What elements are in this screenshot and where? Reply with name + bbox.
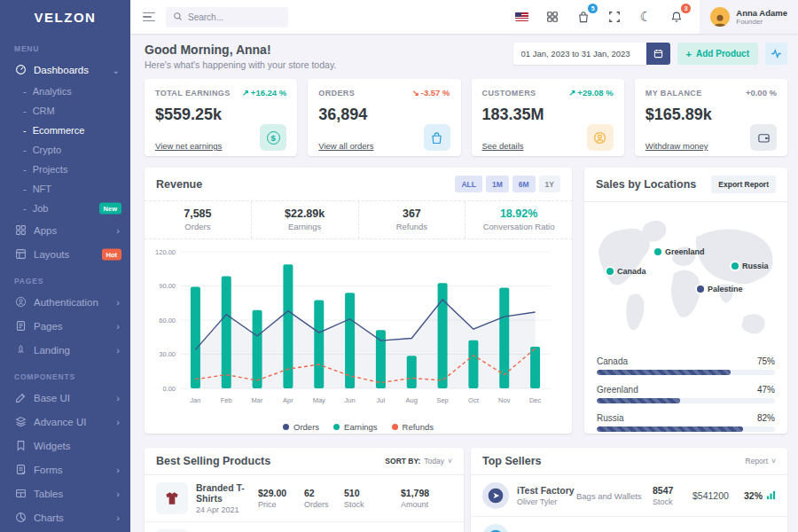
marker-dot [606,268,614,275]
table-icon [14,488,27,499]
dark-mode-moon-icon[interactable]: ☾ [634,5,657,28]
product-orders: 62 [304,488,344,498]
sidebar-item-apps[interactable]: Apps › [0,218,130,242]
calendar-button[interactable] [646,43,670,65]
svg-text:30.00: 30.00 [159,350,176,358]
country-label: Greenland [597,385,638,395]
sidebar-item-authentication[interactable]: Authentication › [0,290,130,314]
sidebar-item-label: Widgets [34,441,71,451]
user-circle-icon [14,296,27,308]
revenue-filter-1m[interactable]: 1M [486,176,509,192]
notifications-bell-icon[interactable]: 3 [665,5,688,28]
stat-label: TOTAL EARNINGS [155,89,231,98]
map-marker-russia[interactable]: Russia [732,262,769,270]
chevron-right-icon: › [116,393,120,403]
revenue-filter-6m[interactable]: 6M [512,176,536,192]
sidebar-item-crypto[interactable]: -Crypto [0,140,130,160]
sidebar-item-label: Advance UI [34,417,86,427]
apps-grid-icon[interactable] [541,5,564,28]
view-net-earnings-link[interactable]: View net earnings [155,141,222,151]
map-marker-greenland[interactable]: Greenland [654,247,705,256]
withdraw-money-link[interactable]: Withdraw money [645,141,708,151]
seller-company[interactable]: iTest Factory [517,485,576,496]
sidebar-item-advance-ui[interactable]: Advance UI › [0,410,130,434]
sidebar-item-job[interactable]: -JobNew [0,199,130,218]
sidebar-item-layouts[interactable]: Layouts Hot [0,242,130,266]
stat-card-customers: CUSTOMERS ↗+29.08 % 183.35M See details [472,79,624,156]
stat-card-total-earnings: TOTAL EARNINGS ↗+16.24 % $559.25k View n… [145,79,297,156]
sidebar-item-dashboards[interactable]: Dashboards ⌄ [0,58,130,82]
sidebar-item-ecommerce[interactable]: -Ecommerce [0,121,130,140]
sidebar-item-widgets[interactable]: Widgets [0,434,130,458]
product-name[interactable]: Branded T-Shirts [196,482,258,504]
svg-text:Aug: Aug [406,396,418,404]
legend-dot [333,424,340,430]
hot-badge: Hot [102,248,122,260]
topbar: 5 ☾ 3 Anna Adame Founder [130,0,798,34]
search-input[interactable] [188,12,281,22]
svg-text:Feb: Feb [221,396,232,404]
dash-bullet: - [23,106,27,116]
location-row-russia: Russia82% [597,413,775,432]
dollar-circle-icon: $ [260,124,286,151]
map-marker-palestine[interactable]: Palestine [697,285,743,293]
sidebar-item-crm[interactable]: -CRM [0,101,130,121]
page-content: Good Morning, Anna! Here's what's happen… [130,34,798,532]
view-all-orders-link[interactable]: View all orders [318,141,373,151]
user-menu[interactable]: Anna Adame Founder [700,0,798,34]
hamburger-menu-icon[interactable] [143,12,155,22]
see-details-link[interactable]: See details [482,141,524,151]
report-dropdown[interactable]: Report˅ [746,457,776,466]
svg-text:May: May [313,396,325,404]
sidebar-item-forms[interactable]: Forms › [0,458,130,481]
revenue-filter-1y[interactable]: 1Y [539,176,560,192]
sidebar-item-analytics[interactable]: -Analytics [0,82,130,101]
world-map-svg [591,206,780,349]
wallet-icon [750,124,777,151]
chevron-right-icon: › [116,417,120,427]
svg-text:Nov: Nov [498,396,511,404]
sidebar-item-landing[interactable]: Landing › [0,338,130,362]
sidebar-item-tables[interactable]: Tables › [0,481,130,505]
fullscreen-icon[interactable] [603,5,626,28]
sidebar-item-label: Apps [34,225,57,236]
sidebar-item-base-ui[interactable]: Base UI › [0,386,130,410]
stat-label: CUSTOMERS [482,89,536,98]
revenue-earnings-value: $22.89k [252,207,358,220]
legend-dot [392,424,398,430]
trend-down-icon: ↘ [412,88,419,98]
best-selling-products-card: Best Selling Products SORT BY:Today˅ Bra… [145,448,464,532]
stat-value: 183.35M [482,106,614,124]
dashboard-icon [14,64,27,75]
sort-by-dropdown[interactable]: SORT BY:Today˅ [385,457,452,466]
revenue-conversion-value: 18.92% [466,207,572,220]
sidebar-item-pages[interactable]: Pages › [0,314,130,338]
svg-text:0.00: 0.00 [162,385,176,393]
date-range-input[interactable] [513,43,646,65]
trend-badge: ↗+16.24 % [242,88,286,98]
dash-bullet: - [23,164,27,175]
sidebar-item-label: NFT [33,184,51,194]
user-role: Founder [736,18,787,26]
language-flag-icon[interactable] [510,5,533,28]
shopping-bag-icon [424,124,450,151]
legend-orders[interactable]: Orders [283,422,319,432]
legend-earnings[interactable]: Earnings [333,422,378,432]
export-report-button[interactable]: Export Report [711,176,776,193]
sidebar-item-projects[interactable]: -Projects [0,160,130,179]
seller-owner: Oliver Tyler [517,497,576,506]
activity-pulse-button[interactable] [765,43,787,65]
add-product-button[interactable]: + Add Product [677,43,758,65]
svg-text:60.00: 60.00 [159,317,176,325]
sidebar-item-charts[interactable]: Charts › [0,505,130,529]
brand-logo[interactable]: VELZON [0,0,130,34]
cart-icon[interactable]: 5 [572,5,595,28]
location-row-greenland: Greenland47% [597,385,775,403]
map-marker-canada[interactable]: Canada [606,267,646,276]
sidebar: VELZON MENU Dashboards ⌄ -Analytics -CRM… [0,0,130,532]
sidebar-item-nft[interactable]: -NFT [0,179,130,199]
legend-refunds[interactable]: Refunds [392,422,434,432]
main-area: 5 ☾ 3 Anna Adame Founder [130,0,798,532]
revenue-filter-all[interactable]: ALL [455,176,482,192]
svg-text:120.00: 120.00 [155,248,176,256]
